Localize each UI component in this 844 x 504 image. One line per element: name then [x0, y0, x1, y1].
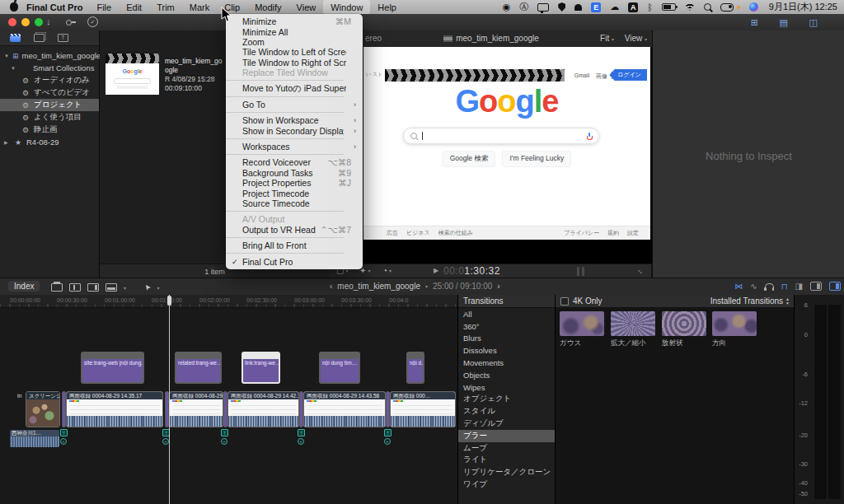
window-menu-item[interactable]: Output to VR Headset ⌃⌥⌘7	[226, 225, 363, 235]
title-marker-badge[interactable]: T	[60, 429, 68, 436]
timeline-video-clip[interactable]: 画面収録 0004-08-29 14.35.17	[66, 391, 163, 427]
minimize-window-button[interactable]	[21, 18, 30, 26]
window-menu-item[interactable]: ✓ Final Cut Pro	[226, 256, 363, 266]
transition-marker[interactable]: T +	[60, 429, 68, 445]
library-tree-item[interactable]: オーディオのみ	[0, 74, 99, 86]
add-transition-icon[interactable]: +	[384, 438, 391, 445]
transitions-category[interactable]: Objects	[458, 369, 556, 381]
window-menu-item[interactable]	[226, 152, 363, 157]
play-button[interactable]: ▶	[434, 267, 438, 274]
background-tasks-icon[interactable]: ✓	[87, 16, 98, 27]
title-marker-badge[interactable]: T	[221, 429, 228, 436]
spotlight-icon[interactable]	[704, 3, 711, 11]
window-menu-item[interactable]: Minimize ⌘M	[226, 16, 363, 26]
add-transition-icon[interactable]: +	[221, 438, 227, 445]
display-icon[interactable]	[537, 3, 549, 12]
library-tree-item[interactable]: ▼ meo_tim_kiem_google	[0, 49, 99, 62]
window-menu-item[interactable]: Go To ›	[226, 100, 363, 110]
photos-audio-icon[interactable]	[34, 34, 45, 42]
timeline-video-clip[interactable]: 画面収録 000…	[390, 391, 456, 427]
window-menu-item[interactable]: A/V Output	[226, 214, 363, 224]
timeline-video-clip[interactable]: 画面収録 0004-08-29 14.43.58	[303, 391, 386, 427]
timeline-back-button[interactable]: ‹	[330, 282, 332, 291]
disclosure-triangle-icon[interactable]: ▼	[11, 66, 16, 71]
inspector-toggle-icon[interactable]: ◫	[809, 17, 818, 28]
user-switch-icon[interactable]	[720, 3, 734, 12]
transition-thumbnail[interactable]	[560, 311, 604, 336]
tools-arrow-icon[interactable]: ➤	[143, 282, 153, 292]
browser-toggle-icon[interactable]: ⊞	[751, 17, 758, 28]
timeline-screen-clip[interactable]: スクリーンシ…	[26, 391, 60, 427]
transitions-browser-icon[interactable]	[829, 282, 841, 291]
clip-filmstrip-thumbnail[interactable]: Google	[106, 54, 159, 95]
transitions-category[interactable]: スタイル	[458, 405, 556, 418]
transition-thumbnail[interactable]	[712, 311, 757, 336]
timeline-project-title[interactable]: meo_tim_kiem_google	[337, 282, 420, 291]
timeline-title-clip[interactable]: nội dung tìm…	[319, 352, 360, 384]
4k-only-checkbox[interactable]	[560, 297, 569, 306]
import-icon[interactable]: ↓	[46, 16, 51, 26]
zoom-window-button[interactable]	[35, 18, 43, 26]
library-tree-item[interactable]: すべてのビデオ	[0, 86, 99, 99]
transitions-category[interactable]: ブラー	[458, 430, 556, 442]
menubar-menu-item[interactable]: File	[89, 0, 119, 14]
bluetooth-icon[interactable]: ᛒ	[647, 2, 653, 12]
installed-transitions-dropdown[interactable]: Installed Transitions	[710, 296, 790, 306]
window-menu-item[interactable]: Record Voiceover ⌥⌘8	[226, 157, 363, 167]
menubar-menu-item[interactable]: Mark	[182, 0, 217, 14]
playhead[interactable]	[169, 295, 170, 504]
transitions-category[interactable]: ムーブ	[458, 442, 556, 455]
transitions-category[interactable]: オブジェクト	[458, 394, 556, 406]
overwrite-clip-icon[interactable]	[106, 283, 117, 292]
transitions-category[interactable]: 360°	[458, 320, 556, 333]
index-button[interactable]: Index	[8, 281, 40, 292]
timeline-video-clip[interactable]: 画面収録 0004-08-29 1…	[169, 391, 223, 427]
siri-icon[interactable]	[749, 2, 758, 12]
transitions-category[interactable]: ディゾルブ	[458, 418, 556, 430]
window-menu-item[interactable]	[226, 250, 363, 256]
window-menu-item[interactable]: Workspaces ›	[226, 142, 363, 152]
title-marker-badge[interactable]: T	[384, 429, 392, 436]
menubar-menu-item[interactable]: Edit	[119, 0, 149, 14]
snapping-icon[interactable]: ⊓	[781, 282, 788, 291]
trim-icon[interactable]: ⋈	[734, 282, 743, 291]
window-menu-item[interactable]: Tile Window to Left of Screen	[226, 47, 363, 57]
transitions-category[interactable]: All	[458, 308, 556, 320]
view-dropdown[interactable]: View ▾	[625, 34, 647, 43]
window-menu-item[interactable]: Project Timecode	[226, 188, 363, 198]
add-transition-icon[interactable]: +	[162, 438, 169, 445]
tools-caret-icon[interactable]: ▾	[157, 285, 160, 291]
window-menu-item[interactable]: Project Properties ⌘J	[226, 178, 363, 188]
transitions-category[interactable]: Dissolves	[458, 344, 556, 357]
bell-icon[interactable]	[574, 4, 582, 11]
edit-tools-caret-icon[interactable]: ▾	[124, 285, 126, 291]
menubar-menu-item[interactable]: Modify	[247, 0, 288, 14]
skimming-icon[interactable]: ∿	[750, 282, 757, 291]
transition-item[interactable]: 方向	[712, 311, 757, 348]
timeline-title-clip[interactable]: link:trang-we…	[241, 352, 280, 384]
accessibility-icon[interactable]: Ⓐ	[519, 1, 528, 13]
menubar-menu-item[interactable]: Help	[370, 0, 404, 14]
transition-item[interactable]: 放射状	[662, 311, 706, 348]
insert-clip-icon[interactable]	[69, 283, 81, 292]
battery-icon[interactable]	[662, 3, 676, 11]
transition-marker[interactable]: T +	[221, 429, 228, 445]
timeline-video-clip[interactable]: 画面収録 0004-08-29 14.42.14	[227, 391, 299, 427]
fit-dropdown[interactable]: Fit ▾	[600, 34, 614, 43]
input-source-badge[interactable]: A	[628, 2, 638, 12]
fullscreen-icon[interactable]: ↔	[635, 265, 646, 276]
timeline-title-clip[interactable]: related:trang-we…	[175, 352, 222, 384]
e-app-badge[interactable]: E	[591, 2, 601, 12]
app-menu-title[interactable]: Final Cut Pro	[26, 2, 82, 12]
effects-browser-icon[interactable]	[810, 282, 822, 291]
library-tree-item[interactable]: ▶ R4-08-29	[0, 136, 99, 148]
timeline-title-clip[interactable]: site:trang-web |nội dung…	[81, 352, 144, 384]
window-menu-item[interactable]	[226, 94, 363, 100]
menubar-menu-item[interactable]: View	[289, 0, 324, 14]
menubar-clock[interactable]: 9月1日(木) 12:25	[769, 1, 837, 13]
shield-icon[interactable]	[558, 2, 565, 12]
window-menu-item[interactable]: Zoom	[226, 37, 363, 47]
window-menu-item[interactable]	[226, 235, 363, 240]
window-menu-item[interactable]: Source Timecode	[226, 198, 363, 208]
transitions-category[interactable]: ライト	[458, 455, 556, 467]
